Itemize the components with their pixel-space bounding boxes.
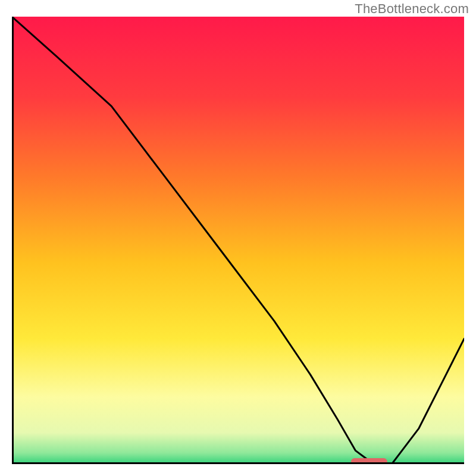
gradient-background (12, 17, 464, 464)
chart-container: TheBottleneck.com (0, 0, 476, 476)
plot-frame (12, 17, 464, 464)
plot-svg (12, 17, 464, 464)
watermark-text: TheBottleneck.com (355, 1, 469, 17)
